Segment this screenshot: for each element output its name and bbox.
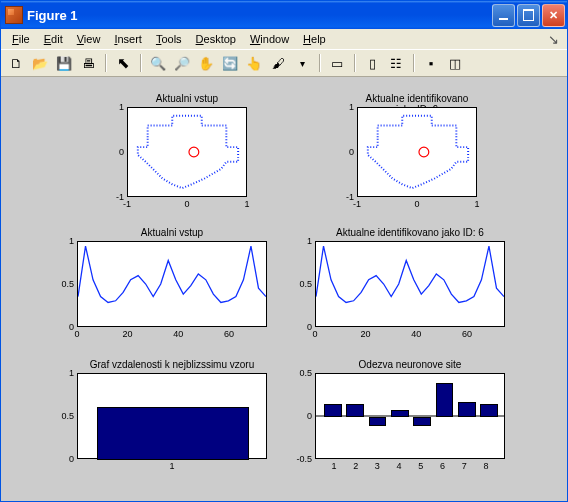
axes-4-title: Aktualne identifikovano jako ID: 6 [315,227,505,238]
bar [458,402,476,417]
menu-desktop[interactable]: Desktop [189,31,243,47]
bar [369,417,387,426]
bar [436,383,454,417]
save-icon[interactable]: 💾 [53,52,75,74]
link-icon[interactable]: ▾ [291,52,313,74]
figure-canvas[interactable]: Aktualni vstup -1 0 1 -1 0 1 Aktualne id… [1,77,567,501]
minimize-button[interactable] [492,4,515,27]
menubar: File Edit View Insert Tools Desktop Wind… [1,29,567,49]
axes-6-title: Odezva neuronove site [315,359,505,370]
maximize-button[interactable] [517,4,540,27]
brush-icon[interactable]: 🖌 [267,52,289,74]
close-button[interactable] [542,4,565,27]
svg-point-1 [419,147,429,157]
colorbar-icon[interactable]: ▭ [326,52,348,74]
hide-tools-icon[interactable]: ▪ [420,52,442,74]
window-title: Figure 1 [27,8,492,23]
bar [97,407,249,460]
axes-1-title: Aktualni vstup [127,93,247,104]
new-figure-icon[interactable]: 🗋 [5,52,27,74]
menu-insert[interactable]: Insert [107,31,149,47]
titlebar[interactable]: Figure 1 [1,1,567,29]
bar [324,404,342,417]
legend-icon[interactable]: ☷ [385,52,407,74]
dock-arrow-icon[interactable]: ↘ [548,32,563,47]
pan-icon[interactable]: ✋ [195,52,217,74]
axes-3[interactable]: Aktualni vstup 0 0.5 1 0 20 40 60 [77,241,267,327]
axes-2[interactable]: Aktualne identifikovano jako ID: 6 -1 0 … [357,107,477,197]
zoom-in-icon[interactable]: 🔍 [147,52,169,74]
axes-6[interactable]: Odezva neuronove site -0.5 0 0.5 1 2 3 4… [315,373,505,459]
axes-5[interactable]: Graf vzdalenosti k nejblizssimu vzoru 0 … [77,373,267,459]
menu-window[interactable]: Window [243,31,296,47]
rotate-3d-icon[interactable]: 🔄 [219,52,241,74]
svg-point-0 [189,147,199,157]
menu-tools[interactable]: Tools [149,31,189,47]
bar [480,404,498,417]
axes-1[interactable]: Aktualni vstup -1 0 1 -1 0 1 [127,107,247,197]
menu-view[interactable]: View [70,31,108,47]
axes-5-title: Graf vzdalenosti k nejblizssimu vzoru [77,359,267,370]
figure-window: Figure 1 File Edit View Insert Tools Des… [0,0,568,502]
menu-file[interactable]: File [5,31,37,47]
bar [391,410,409,417]
toolbar: 🗋 📂 💾 🖶 ⬉ 🔍 🔎 ✋ 🔄 👆 🖌 ▾ ▭ ▯ ☷ ▪ ◫ [1,49,567,77]
zoom-out-icon[interactable]: 🔎 [171,52,193,74]
insert-colorbar-icon[interactable]: ▯ [361,52,383,74]
matlab-icon [5,6,23,24]
print-icon[interactable]: 🖶 [77,52,99,74]
axes-3-title: Aktualni vstup [77,227,267,238]
axes-4[interactable]: Aktualne identifikovano jako ID: 6 0 0.5… [315,241,505,327]
pointer-icon[interactable]: ⬉ [112,52,134,74]
show-tools-icon[interactable]: ◫ [444,52,466,74]
bar [413,417,431,426]
bar [346,404,364,417]
data-cursor-icon[interactable]: 👆 [243,52,265,74]
menu-edit[interactable]: Edit [37,31,70,47]
open-file-icon[interactable]: 📂 [29,52,51,74]
menu-help[interactable]: Help [296,31,333,47]
